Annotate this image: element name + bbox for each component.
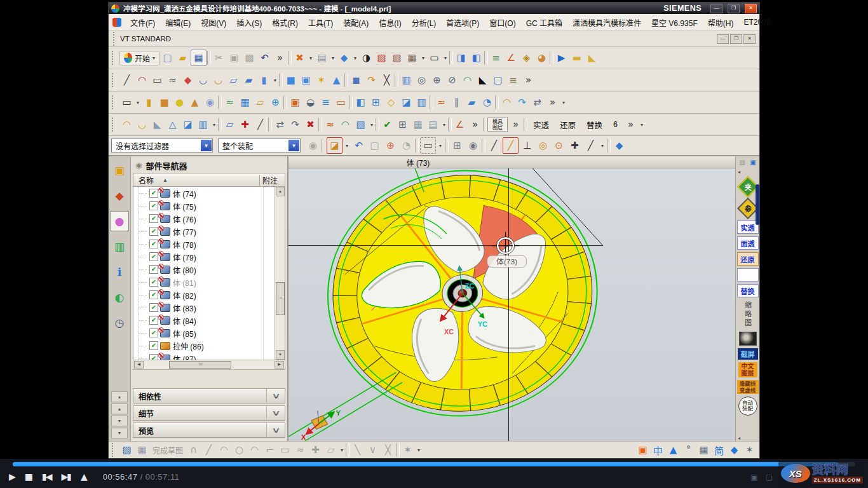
sweep-icon[interactable]: ≈ (222, 95, 237, 110)
join-icon[interactable]: ⊕ (268, 95, 283, 110)
text-toolbar-button[interactable]: 还原 (555, 117, 581, 133)
menu-item[interactable]: 信息(I) (374, 15, 406, 30)
sketch-curve2-icon[interactable]: ◡ (211, 72, 226, 88)
shaded-cube-icon[interactable]: ◆ (337, 50, 351, 65)
split-icon[interactable]: ▥ (414, 95, 429, 110)
visibility-checkbox[interactable]: ✔ (149, 201, 158, 210)
ime-gear-icon[interactable]: ✶ (742, 443, 757, 457)
dropdown-caret[interactable]: ▾ (560, 95, 567, 110)
box-icon[interactable]: ■ (157, 95, 172, 110)
scroll-right-icon[interactable]: ▶ (275, 361, 284, 369)
line-icon[interactable]: ╱ (119, 72, 134, 88)
visibility-checkbox[interactable]: ✔ (149, 329, 158, 337)
spline-icon[interactable]: ≈ (165, 72, 180, 88)
ime-shape-icon[interactable]: ▲ (666, 443, 681, 457)
visibility-checkbox[interactable]: ✔ (149, 303, 158, 312)
dropdown-caret[interactable]: ▾ (599, 138, 606, 153)
solid-cube-icon[interactable]: ◆ (612, 138, 627, 153)
previous-icon[interactable]: ▮◀ (42, 471, 51, 482)
snap-grid-icon[interactable]: ⊞ (450, 138, 465, 153)
clip-section-icon[interactable]: ◨ (454, 50, 468, 65)
menu-item[interactable]: 首选项(P) (441, 15, 484, 30)
ime-zhong-icon[interactable]: 中 (651, 443, 665, 457)
sketch-task-icon[interactable]: ▨ (119, 443, 134, 457)
chevron-down-icon[interactable]: ∨ (266, 406, 285, 420)
chevron-down-icon[interactable]: ∨ (266, 389, 285, 403)
sketch-icon[interactable]: ≈ (323, 117, 337, 132)
swept-icon[interactable]: ↷ (364, 72, 379, 88)
patch-icon[interactable]: ▧ (353, 117, 368, 132)
dropdown-caret[interactable]: ▾ (272, 72, 278, 88)
selection-ball-icon[interactable]: ◪ (327, 137, 342, 154)
part-navigator-icon[interactable]: ● (110, 211, 129, 231)
tree-row[interactable]: ✔ 拉伸 (86) (133, 339, 275, 352)
scale-icon[interactable]: ◇ (384, 95, 398, 110)
tree-row[interactable]: ✔ 体 (75) (133, 200, 275, 212)
thumbnail-image[interactable] (739, 332, 757, 346)
edge-blend-icon[interactable]: ◠ (119, 117, 134, 132)
rectangle-icon[interactable]: ▭ (278, 443, 292, 457)
tree-row[interactable]: ✔ 体 (74) (133, 187, 275, 200)
menu-item[interactable]: 工具(T) (303, 15, 338, 30)
snap-line2-icon[interactable]: ╱ (503, 137, 519, 154)
doc-minimize-button[interactable]: — (717, 34, 729, 44)
text-toolbar-button[interactable]: 实透 (528, 117, 554, 133)
doc-close-button[interactable]: ✕ (743, 34, 756, 44)
studio-spline-icon[interactable]: ≈ (293, 443, 308, 457)
line-icon[interactable]: ╱ (201, 443, 216, 457)
scroll-left-icon[interactable]: ◀ (134, 361, 144, 369)
paste-icon[interactable]: ▩ (242, 50, 257, 65)
menu-item[interactable]: GC 工具箱 (521, 15, 567, 30)
snap-point-icon[interactable]: ◉ (466, 138, 480, 153)
ime-keyboard-icon[interactable]: ▦ (696, 443, 711, 457)
note-column-header[interactable]: 附注 (259, 175, 285, 186)
tree-row[interactable]: ✔ 体 (81) (133, 276, 275, 288)
tree-row[interactable]: ✔ 体 (82) (133, 288, 275, 301)
tree-row[interactable]: ✔ 体 (87) (133, 352, 275, 360)
crosshair-icon[interactable]: ⊕ (383, 138, 398, 153)
menu-item[interactable]: 装配(A) (338, 15, 374, 30)
cone-icon[interactable]: ▲ (187, 95, 202, 110)
trim-icon[interactable]: ◪ (399, 95, 414, 110)
palette-icon[interactable]: ◕ (534, 50, 549, 65)
scroll-up-icon[interactable]: ▲ (111, 403, 128, 414)
dropdown-caret[interactable]: ▾ (437, 138, 444, 153)
visibility-checkbox[interactable]: ✔ (149, 252, 158, 261)
play-icon[interactable]: ▶ (9, 471, 15, 482)
tree-row[interactable]: ✔ 体 (77) (133, 225, 275, 238)
visibility-checkbox[interactable]: ✔ (149, 278, 158, 287)
undo-selection-icon[interactable]: ↶ (351, 138, 366, 153)
pocket-icon[interactable]: ▣ (288, 95, 302, 110)
cube-axes-icon[interactable]: ▦ (405, 50, 419, 65)
flags-icon[interactable]: ▨ (738, 158, 747, 166)
unite-icon[interactable]: ⊕ (430, 72, 444, 88)
pattern-icon[interactable]: ⊞ (369, 95, 383, 110)
copy-icon[interactable]: ▣ (227, 50, 241, 65)
thread-icon[interactable]: ≡ (506, 72, 520, 88)
extrude-icon[interactable]: ▥ (399, 72, 414, 88)
text-toolbar-button[interactable]: 6 (608, 118, 623, 131)
visibility-checkbox[interactable]: ✔ (149, 240, 158, 248)
scroll-down-icon[interactable]: ▼ (111, 416, 128, 426)
auto-assemble-button[interactable]: 自动 装配 (738, 396, 757, 416)
chevron-down-icon[interactable]: ∨ (266, 423, 285, 437)
facet-cube-icon[interactable]: ▧ (390, 50, 404, 65)
layer-settings-icon[interactable]: ≡ (489, 50, 503, 65)
green-check-icon[interactable]: ✔ (380, 117, 395, 132)
point-icon[interactable]: ✚ (238, 117, 252, 132)
dropdown-caret[interactable]: ▾ (369, 117, 375, 132)
rotate-sphere-icon[interactable]: ◑ (359, 50, 374, 65)
hidden-line-button[interactable]: 隐藏线 变虚线 (737, 380, 759, 394)
finish-flag-icon[interactable]: ▦ (135, 443, 149, 457)
mold-layer-button[interactable]: 模具 图层 (487, 118, 508, 132)
thicken-icon[interactable]: ▰ (465, 95, 479, 110)
pin-icon[interactable]: ◉ (135, 161, 142, 170)
save-icon[interactable]: ▦ (191, 50, 207, 66)
visibility-checkbox[interactable]: ✔ (149, 290, 158, 299)
tree-row[interactable]: ✔ 体 (83) (133, 301, 275, 314)
eraser-icon[interactable]: ▢ (367, 138, 382, 153)
touch-mode-icon[interactable]: ◈ (519, 50, 534, 65)
visibility-checkbox[interactable]: ✔ (149, 354, 158, 360)
slot-icon[interactable]: ▭ (334, 95, 348, 110)
corner-icon[interactable]: ⌐ (262, 443, 277, 457)
